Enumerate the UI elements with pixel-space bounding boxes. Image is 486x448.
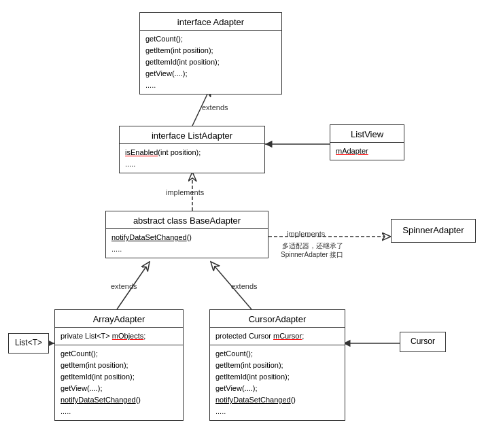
listview-method-1: mAdapter — [336, 145, 398, 157]
listadapter-method-2: ..... — [125, 158, 259, 170]
spinneradapter-box: SpinnerAdapter — [391, 219, 476, 243]
arrayadapter-method-1: getCount(); — [60, 348, 177, 360]
adapter-box: interface Adapter getCount(); getItem(in… — [139, 12, 282, 94]
listview-box: ListView mAdapter — [330, 124, 404, 160]
listadapter-box: interface ListAdapter isEnabled(int posi… — [119, 126, 265, 173]
adapter-method-1: getCount(); — [145, 33, 276, 45]
listadapter-title: interface ListAdapter — [120, 126, 264, 144]
adapter-method-3: getItemId(int position); — [145, 56, 276, 68]
baseadapter-body: notifyDataSetChanged() ..... — [106, 229, 268, 258]
listview-body: mAdapter — [330, 143, 404, 160]
arrayadapter-method-5: notifyDataSetChanged() — [60, 394, 177, 406]
note2-label: SpinnerAdapter 接口 — [281, 250, 343, 260]
cursoradapter-body: protected Cursor mCursor; — [210, 328, 345, 345]
arrayadapter-title: ArrayAdapter — [55, 310, 183, 328]
extends4-label: extends — [231, 282, 258, 290]
implements2-label: implements — [287, 230, 325, 238]
baseadapter-method-2: ..... — [111, 243, 262, 255]
cursoradapter-field-1: protected Cursor mCursor; — [215, 330, 339, 342]
extends1-label: extends — [202, 103, 228, 111]
baseadapter-title: abstract class BaseAdapter — [106, 211, 268, 229]
extends3-label: extends — [111, 282, 137, 290]
cursoradapter-box: CursorAdapter protected Cursor mCursor; … — [209, 309, 345, 421]
arrayadapter-method-3: getItemId(int position); — [60, 371, 177, 383]
arrayadapter-body: private List<T> mObjects; — [55, 328, 183, 345]
cursoradapter-method-1: getCount(); — [215, 348, 339, 360]
cursoradapter-methods: getCount(); getItem(int position); getIt… — [210, 345, 345, 420]
arrayadapter-box: ArrayAdapter private List<T> mObjects; g… — [54, 309, 184, 421]
adapter-method-2: getItem(int position); — [145, 45, 276, 56]
arrayadapter-method-2: getItem(int position); — [60, 360, 177, 371]
adapter-title: interface Adapter — [140, 13, 281, 31]
cursoradapter-method-2: getItem(int position); — [215, 360, 339, 371]
cursoradapter-method-6: ..... — [215, 406, 339, 417]
cursoradapter-method-3: getItemId(int position); — [215, 371, 339, 383]
listadapter-method-1: isEnabled(int position); — [125, 147, 259, 158]
adapter-body: getCount(); getItem(int position); getIt… — [140, 31, 281, 94]
listview-title: ListView — [330, 125, 404, 143]
cursoradapter-title: CursorAdapter — [210, 310, 345, 328]
adapter-method-5: ..... — [145, 80, 276, 91]
note1-label: 多适配器，还继承了 — [282, 241, 343, 251]
implements1-label: implements — [166, 188, 204, 196]
diagram-container: interface Adapter getCount(); getItem(in… — [0, 0, 486, 448]
baseadapter-method-1: notifyDataSetChanged() — [111, 232, 262, 243]
cursor-box: Cursor — [400, 332, 446, 352]
arrayadapter-method-6: ..... — [60, 406, 177, 417]
adapter-method-4: getView(....); — [145, 68, 276, 80]
cursor-title: Cursor — [400, 332, 445, 350]
listt-title: List<T> — [9, 334, 48, 351]
arrayadapter-methods: getCount(); getItem(int position); getIt… — [55, 345, 183, 420]
listt-box: List<T> — [8, 333, 49, 354]
baseadapter-box: abstract class BaseAdapter notifyDataSet… — [105, 211, 268, 258]
listadapter-body: isEnabled(int position); ..... — [120, 144, 264, 173]
arrayadapter-method-4: getView(....); — [60, 383, 177, 394]
cursoradapter-method-5: notifyDataSetChanged() — [215, 394, 339, 406]
arrayadapter-field-1: private List<T> mObjects; — [60, 330, 177, 342]
cursoradapter-method-4: getView(....); — [215, 383, 339, 394]
spinneradapter-title: SpinnerAdapter — [392, 220, 475, 241]
